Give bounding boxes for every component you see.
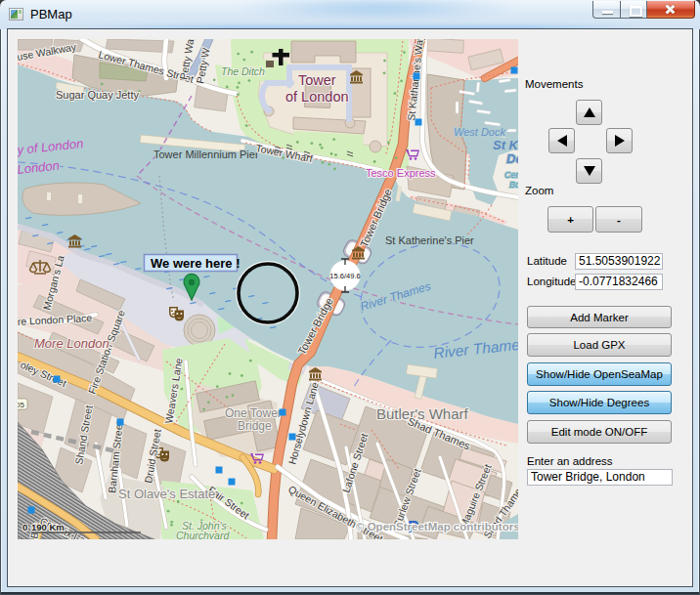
svg-text:0: 0 <box>22 522 27 532</box>
svg-text:One Tower: One Tower <box>225 406 282 420</box>
svg-text:St Katherine's Pier: St Katherine's Pier <box>385 234 474 246</box>
svg-text:Do: Do <box>506 151 518 166</box>
svg-text:Bridge: Bridge <box>238 419 272 433</box>
svg-text:Churchyard: Churchyard <box>176 530 230 539</box>
svg-text:of London: of London <box>285 89 349 105</box>
svg-text:More London: More London <box>34 336 109 351</box>
svg-text:St Kat: St Kat <box>493 138 518 152</box>
svg-text:Bo: Bo <box>509 180 518 190</box>
svg-text:Tower Millennium Pier: Tower Millennium Pier <box>153 149 259 160</box>
svg-text:© OpenStreetMap contributors: © OpenStreetMap contributors <box>356 521 518 532</box>
svg-text:Tesco Express: Tesco Express <box>366 167 436 179</box>
svg-text:St Olave's Estate: St Olave's Estate <box>118 487 215 501</box>
svg-text:West Dock: West Dock <box>454 126 505 138</box>
svg-text:190 Km: 190 Km <box>31 522 65 532</box>
svg-text:15.6/49.6: 15.6/49.6 <box>329 272 360 280</box>
svg-text:Sugar Quay Jetty: Sugar Quay Jetty <box>56 89 139 101</box>
svg-text:Cent: Cent <box>504 170 518 180</box>
svg-text:The Ditch: The Ditch <box>221 65 265 77</box>
svg-text:Tower: Tower <box>298 72 336 88</box>
svg-text:We were here !: We were here ! <box>151 256 241 271</box>
svg-text:05: 05 <box>18 401 24 409</box>
